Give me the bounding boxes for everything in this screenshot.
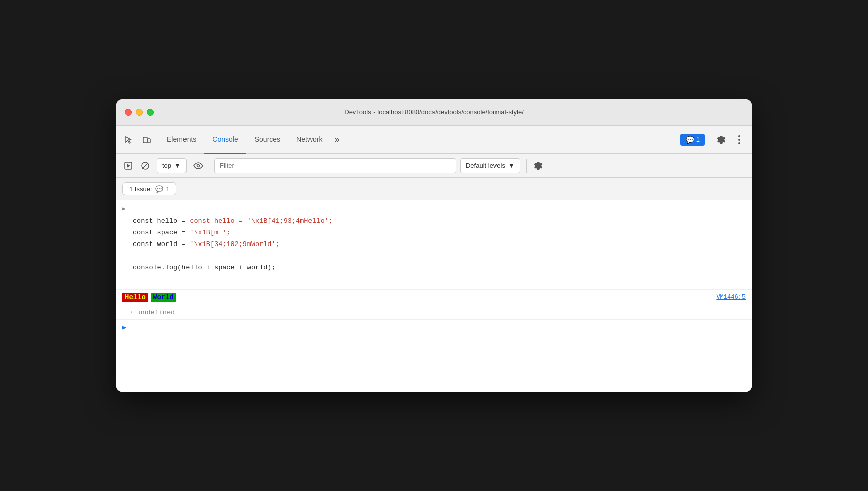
window-title: DevTools - localhost:8080/docs/devtools/…: [344, 108, 524, 116]
levels-dropdown-arrow: ▼: [508, 162, 515, 169]
console-settings-icon[interactable]: [531, 158, 546, 173]
tabs-bar: Elements Console Sources Network » 💬 1: [116, 126, 752, 154]
context-selector[interactable]: top ▼: [157, 158, 187, 173]
tab-icons: [120, 132, 155, 148]
more-options-icon[interactable]: [731, 132, 748, 148]
devtools-container: Elements Console Sources Network » 💬 1: [116, 126, 752, 392]
live-expressions-button[interactable]: [191, 158, 206, 173]
svg-point-3: [738, 139, 740, 141]
issue-pill[interactable]: 1 Issue: 💬 1: [122, 182, 176, 195]
inspect-icon[interactable]: [120, 132, 137, 148]
minimize-button[interactable]: [136, 109, 143, 116]
more-tabs-button[interactable]: »: [330, 126, 343, 154]
toolbar-divider2: [526, 159, 527, 173]
code-entry[interactable]: const hello = const hello = '\x1B[41;93;…: [116, 200, 752, 290]
issue-bar: 1 Issue: 💬 1: [116, 178, 752, 200]
console-output: const hello = const hello = '\x1B[41;93;…: [116, 200, 752, 392]
maximize-button[interactable]: [147, 109, 154, 116]
svg-point-2: [738, 135, 740, 137]
settings-icon[interactable]: [713, 132, 729, 148]
titlebar: DevTools - localhost:8080/docs/devtools/…: [116, 99, 752, 126]
device-mode-icon[interactable]: [139, 132, 155, 148]
hello-output: Hello: [122, 293, 148, 302]
tab-sources[interactable]: Sources: [246, 126, 288, 154]
devtools-window: DevTools - localhost:8080/docs/devtools/…: [116, 99, 752, 392]
console-output-row: Hello World VM1446:5: [116, 290, 752, 305]
vm-link[interactable]: VM1446:5: [716, 294, 746, 301]
divider: [709, 133, 709, 147]
world-output: World: [151, 293, 176, 302]
tab-network[interactable]: Network: [288, 126, 330, 154]
console-toolbar: top ▼ Default levels ▼: [116, 154, 752, 178]
tabs-right: 💬 1: [680, 132, 748, 148]
svg-point-9: [197, 164, 199, 167]
prompt-row[interactable]: ▶: [116, 320, 752, 335]
issues-badge[interactable]: 💬 1: [680, 134, 705, 146]
tab-elements[interactable]: Elements: [159, 126, 204, 154]
svg-line-8: [142, 163, 148, 169]
svg-rect-0: [143, 137, 147, 143]
close-button[interactable]: [125, 109, 132, 116]
clear-console-button[interactable]: [138, 158, 153, 173]
dropdown-arrow-icon: ▼: [174, 162, 181, 169]
svg-point-4: [738, 142, 740, 144]
svg-marker-6: [127, 164, 130, 168]
tab-console[interactable]: Console: [204, 126, 246, 154]
prompt-icon: ▶: [122, 324, 126, 331]
traffic-lights: [125, 109, 154, 116]
filter-input[interactable]: [214, 158, 456, 173]
log-levels-selector[interactable]: Default levels ▼: [460, 158, 520, 173]
toolbar-divider: [210, 159, 210, 173]
issue-pill-icon: 💬: [155, 185, 163, 193]
play-button[interactable]: [120, 158, 136, 173]
svg-rect-1: [148, 139, 150, 143]
undefined-row: ← undefined: [116, 305, 752, 320]
issues-icon: 💬: [686, 136, 694, 144]
return-arrow-icon: ←: [131, 309, 134, 316]
